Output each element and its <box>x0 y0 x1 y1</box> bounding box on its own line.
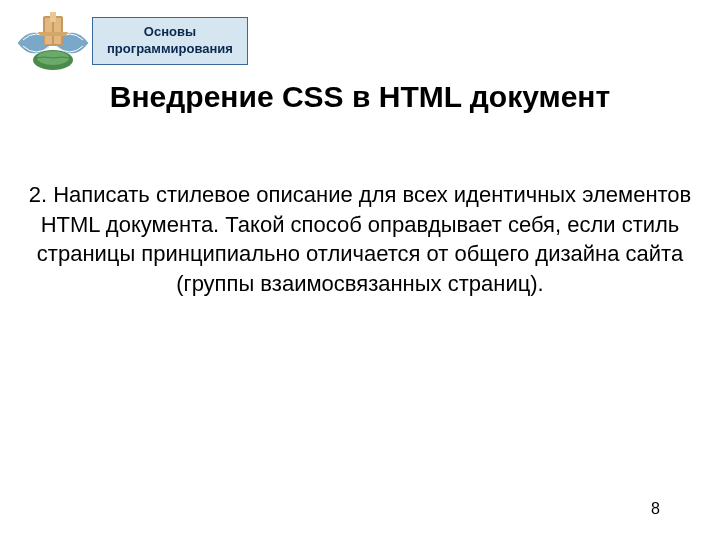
page-number: 8 <box>651 500 660 518</box>
header: Основы программирования <box>8 8 248 78</box>
header-badge-line1: Основы <box>107 24 233 41</box>
header-badge-line2: программирования <box>107 41 233 58</box>
header-badge: Основы программирования <box>92 17 248 65</box>
logo-emblem <box>8 8 98 78</box>
svg-rect-3 <box>50 12 56 22</box>
slide-title: Внедрение CSS в HTML документ <box>0 80 720 114</box>
slide-body: 2. Написать стилевое описание для всех и… <box>28 180 692 299</box>
